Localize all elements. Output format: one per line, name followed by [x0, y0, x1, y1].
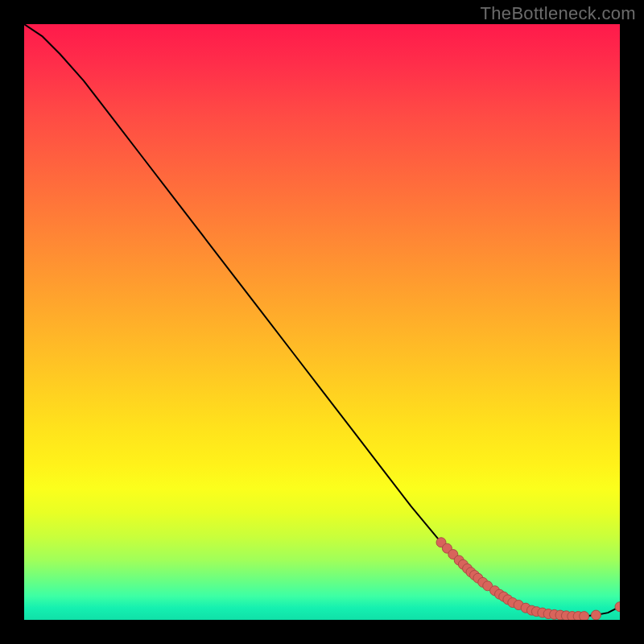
bottleneck-curve [24, 24, 620, 617]
marker-point [615, 602, 620, 612]
marker-point [591, 610, 601, 620]
marker-layer [436, 538, 620, 620]
marker-point [580, 612, 589, 620]
watermark-text: TheBottleneck.com [481, 3, 636, 24]
chart-overlay [24, 24, 620, 620]
chart-frame: TheBottleneck.com [0, 0, 644, 644]
